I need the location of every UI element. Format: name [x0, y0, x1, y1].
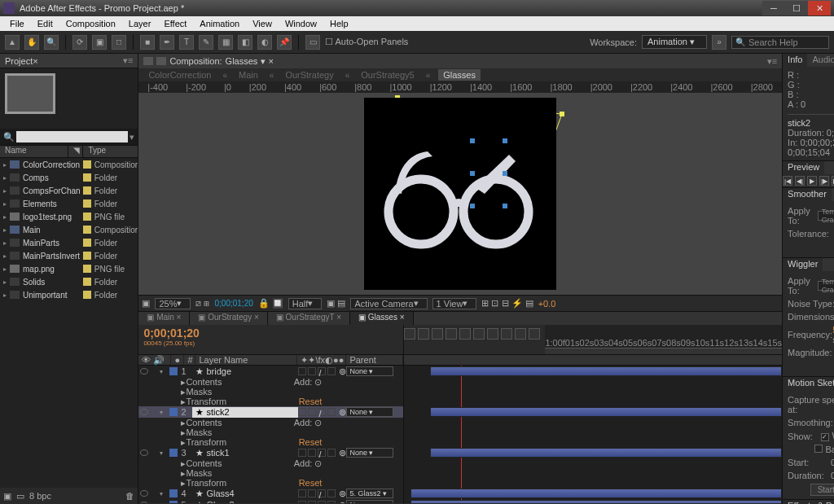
- trash-icon[interactable]: 🗑: [125, 491, 134, 501]
- bpc-button[interactable]: 8 bpc: [29, 491, 51, 501]
- stamp-tool-icon[interactable]: ▦: [218, 35, 233, 50]
- search-help-input[interactable]: 🔍 Search Help: [731, 36, 829, 49]
- roto-tool-icon[interactable]: ◐: [257, 35, 272, 50]
- timeline-timecode[interactable]: 0;00;01;20: [143, 327, 200, 340]
- eraser-tool-icon[interactable]: ◧: [238, 35, 252, 50]
- project-item-list[interactable]: ▸ColorCorrectionCompositior▸CompsFolder▸…: [0, 158, 138, 488]
- layer-property-row[interactable]: ▸ Masks: [138, 468, 403, 478]
- crumb-1[interactable]: Main: [235, 69, 261, 81]
- wireframe-checkbox[interactable]: [821, 433, 829, 441]
- layer-property-row[interactable]: ▸ TransformReset: [138, 397, 403, 406]
- tab-preview[interactable]: Preview: [783, 161, 824, 174]
- timeline-layer-row[interactable]: ▾4★ Glass4/⊚5. Glass2 ▾: [138, 488, 403, 499]
- brush-tool-icon[interactable]: ✎: [199, 35, 213, 50]
- menu-view[interactable]: View: [246, 19, 279, 28]
- zoom-dropdown[interactable]: 25% ▾: [155, 298, 191, 309]
- pen-tool-icon[interactable]: ✒: [160, 35, 174, 50]
- selection-tool-icon[interactable]: ▲: [5, 35, 20, 50]
- smoother-applyto-dropdown[interactable]: Temporal Graph: [818, 211, 834, 221]
- interpret-icon[interactable]: ▣: [3, 491, 11, 502]
- first-frame-icon[interactable]: |◀: [783, 176, 792, 186]
- menu-file[interactable]: File: [3, 19, 31, 28]
- timeline-tab[interactable]: ▣ Main ×: [138, 312, 190, 325]
- pin-tool-icon[interactable]: 📌: [277, 35, 292, 50]
- composition-viewer[interactable]: [138, 93, 782, 295]
- close-button[interactable]: ✕: [808, 1, 831, 15]
- playhead[interactable]: [461, 366, 462, 503]
- project-item[interactable]: ▸MainPartsFolder: [0, 236, 138, 249]
- project-col-label[interactable]: ◥: [68, 146, 83, 157]
- project-item[interactable]: ▸SolidsFolder: [0, 275, 138, 288]
- timeline-layer-row[interactable]: ▾1★ bridge/⊚None ▾: [138, 366, 403, 377]
- project-item[interactable]: ▸MainPartsInvertedFolder: [0, 249, 138, 262]
- tl-search-icon[interactable]: [404, 328, 415, 340]
- timeline-layer-row[interactable]: ▾3★ stick1/⊚None ▾: [138, 447, 403, 458]
- timeline-layer-row[interactable]: ▾2★ stick2/⊚None ▾: [138, 406, 403, 418]
- panels-icon[interactable]: ▭: [305, 35, 320, 50]
- project-item[interactable]: ▸CompsForChangesFolder: [0, 184, 138, 197]
- auto-open-panels-checkbox[interactable]: ☐ Auto-Open Panels: [325, 37, 408, 47]
- wiggler-applyto-dropdown[interactable]: Temporal Graph: [818, 281, 834, 291]
- crumb-2[interactable]: OurStrategy: [282, 69, 336, 81]
- type-tool-icon[interactable]: T: [179, 35, 194, 50]
- layer-property-row[interactable]: ▸ Masks: [138, 387, 403, 397]
- start-capture-button[interactable]: Start Capture: [810, 484, 834, 496]
- background-checkbox[interactable]: [814, 445, 823, 453]
- rotate-tool-icon[interactable]: ⟳: [72, 35, 87, 50]
- shape-tool-icon[interactable]: ■: [140, 35, 155, 50]
- timeline-tab[interactable]: ▣ OurStrategy ×: [190, 312, 267, 325]
- project-item[interactable]: ▸MainCompositior: [0, 223, 138, 236]
- zoom-tool-icon[interactable]: 🔍: [44, 35, 59, 50]
- resolution-dropdown[interactable]: Half ▾: [288, 298, 323, 309]
- menu-edit[interactable]: Edit: [31, 19, 59, 28]
- crumb-4[interactable]: Glasses: [438, 69, 481, 81]
- chevron-icon[interactable]: »: [712, 35, 726, 50]
- layer-property-row[interactable]: ▸ TransformReset: [138, 437, 403, 447]
- prev-frame-icon[interactable]: ◀|: [795, 176, 805, 186]
- pan-tool-icon[interactable]: □: [112, 35, 126, 50]
- timeline-graph[interactable]: [404, 366, 782, 503]
- menu-animation[interactable]: Animation: [193, 19, 246, 28]
- exposure-value[interactable]: +0.0: [538, 299, 556, 309]
- project-panel-header[interactable]: Project ×▾≡: [0, 54, 138, 68]
- timeline-tab[interactable]: ▣ Glasses ×: [350, 312, 414, 325]
- hand-tool-icon[interactable]: ✋: [24, 35, 39, 50]
- timeline-tab[interactable]: ▣ OurStrategyT ×: [268, 312, 350, 325]
- col-parent[interactable]: Parent: [346, 355, 403, 365]
- project-item[interactable]: ▸UnimportantFolder: [0, 288, 138, 301]
- maximize-button[interactable]: ☐: [785, 1, 808, 15]
- workspace-dropdown[interactable]: Animation ▾: [642, 35, 707, 49]
- project-item[interactable]: ▸ElementsFolder: [0, 197, 138, 210]
- layer-property-row[interactable]: ▸ ContentsAdd: ⊙: [138, 377, 403, 387]
- project-item[interactable]: ▸logo1test.pngPNG file: [0, 210, 138, 223]
- minimize-button[interactable]: ─: [762, 1, 785, 15]
- tab-audio[interactable]: Audio: [807, 54, 834, 67]
- tab-info[interactable]: Info: [783, 54, 807, 67]
- play-icon[interactable]: ▶: [807, 176, 817, 186]
- new-folder-icon[interactable]: ▭: [16, 491, 24, 502]
- menu-help[interactable]: Help: [323, 19, 355, 28]
- camera-tool-icon[interactable]: ▣: [92, 35, 107, 50]
- views-dropdown[interactable]: 1 View ▾: [432, 298, 477, 309]
- crumb-0[interactable]: ColorCorrection: [145, 69, 214, 81]
- project-item[interactable]: ▸CompsFolder: [0, 171, 138, 184]
- timeline-layer-list[interactable]: ▾1★ bridge/⊚None ▾▸ ContentsAdd: ⊙▸ Mask…: [138, 366, 404, 503]
- menu-layer[interactable]: Layer: [122, 19, 158, 28]
- project-search-input[interactable]: [16, 131, 128, 142]
- col-layer-name[interactable]: Layer Name: [195, 355, 297, 365]
- menu-composition[interactable]: Composition: [59, 19, 122, 28]
- project-col-type[interactable]: Type: [83, 146, 138, 157]
- project-item[interactable]: ▸map.pngPNG file: [0, 262, 138, 275]
- layer-property-row[interactable]: ▸ ContentsAdd: ⊙: [138, 418, 403, 427]
- menu-window[interactable]: Window: [279, 19, 323, 28]
- project-col-name[interactable]: Name: [0, 146, 68, 157]
- layer-property-row[interactable]: ▸ ContentsAdd: ⊙: [138, 458, 403, 468]
- layer-property-row[interactable]: ▸ TransformReset: [138, 478, 403, 488]
- timeline-layer-row[interactable]: ▾5★ Glass2/⊚None ▾: [138, 499, 403, 503]
- menu-effect[interactable]: Effect: [157, 19, 193, 28]
- project-item[interactable]: ▸ColorCorrectionCompositior: [0, 158, 138, 171]
- composition-panel-header[interactable]: Composition: Glasses ▾ × ▾≡: [138, 54, 782, 68]
- crumb-3[interactable]: OurStrategy5: [358, 69, 417, 81]
- viewer-timecode[interactable]: 0;00;01;20: [214, 299, 252, 308]
- camera-dropdown[interactable]: Active Camera ▾: [350, 298, 427, 309]
